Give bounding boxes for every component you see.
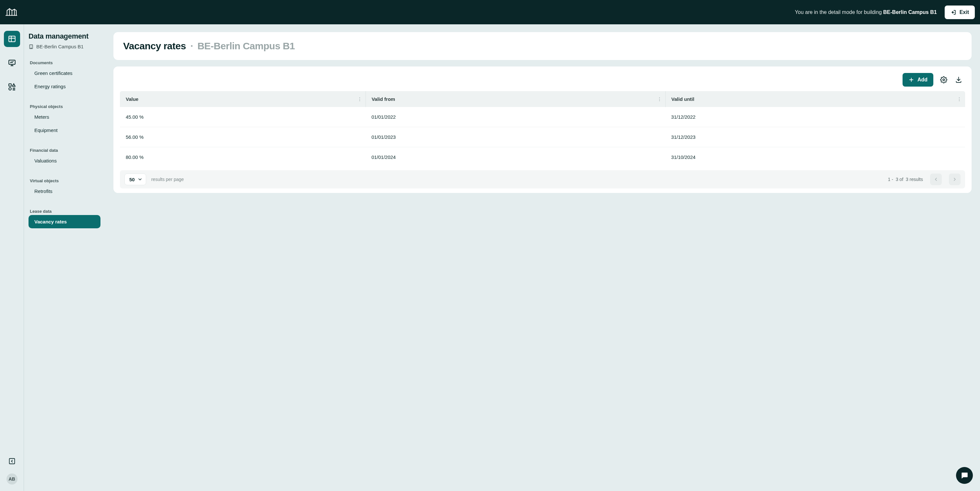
title-card: Vacancy rates · BE-Berlin Campus B1 — [113, 32, 972, 60]
sidebar-item-retrofits[interactable]: Retrofits — [29, 185, 100, 198]
svg-rect-2 — [9, 84, 11, 86]
download-button[interactable] — [954, 75, 963, 84]
column-header-label: Valid until — [671, 96, 695, 102]
chat-icon — [960, 471, 969, 480]
more-vertical-icon — [957, 97, 962, 102]
add-button[interactable]: Add — [902, 73, 933, 86]
svg-rect-4 — [9, 459, 14, 464]
topbar: You are in the detail mode for building … — [0, 0, 980, 24]
table-icon — [8, 35, 16, 43]
rail-item-modules[interactable] — [4, 79, 20, 95]
cell-valid-until: 31/12/2023 — [665, 127, 965, 147]
sidebar-section-label: Virtual objects — [29, 179, 100, 183]
cell-valid-until: 31/12/2022 — [665, 107, 965, 127]
svg-point-10 — [659, 97, 660, 98]
page-size-select[interactable]: 50 — [124, 174, 146, 185]
prev-page-button[interactable] — [930, 174, 942, 185]
sidebar: Data management BE-Berlin Campus B1 Docu… — [24, 24, 105, 491]
avatar[interactable]: AB — [6, 473, 18, 485]
table-card: Add — [113, 67, 972, 193]
page-subtitle: BE-Berlin Campus B1 — [197, 41, 295, 51]
table-row[interactable]: 80.00 %01/01/202431/10/2024 — [120, 147, 965, 167]
add-button-label: Add — [918, 77, 928, 83]
next-page-button[interactable] — [949, 174, 961, 185]
sidebar-item-vacancy-rates[interactable]: Vacancy rates — [29, 215, 100, 228]
table-row[interactable]: 56.00 %01/01/202331/12/2023 — [120, 127, 965, 147]
exit-button[interactable]: Exit — [945, 5, 975, 19]
sidebar-section-label: Lease data — [29, 209, 100, 214]
column-header-label: Value — [126, 96, 138, 102]
sidebar-item-meters[interactable]: Meters — [29, 110, 100, 124]
chevron-down-icon — [137, 177, 143, 182]
gear-icon — [940, 76, 947, 83]
cell-value: 56.00 % — [120, 127, 366, 147]
column-header: Valid from — [366, 91, 665, 107]
column-header: Value — [120, 91, 366, 107]
page-title: Vacancy rates — [123, 41, 186, 51]
per-page-label: results per page — [151, 177, 184, 182]
column-menu-button[interactable] — [357, 97, 362, 102]
pagination-summary: 1 - 3 of 3 results — [888, 177, 923, 182]
rail-collapse-button[interactable] — [4, 455, 20, 468]
svg-point-8 — [360, 99, 360, 99]
nav-rail: AB — [0, 24, 24, 491]
page-size-value: 50 — [129, 177, 135, 182]
column-menu-button[interactable] — [957, 97, 962, 102]
column-menu-button[interactable] — [657, 97, 662, 102]
svg-point-9 — [360, 100, 360, 101]
avatar-initials: AB — [8, 477, 15, 481]
sidebar-section-label: Financial data — [29, 148, 100, 153]
table-row[interactable]: 45.00 %01/01/202231/12/2022 — [120, 107, 965, 127]
column-header: Valid until — [665, 91, 965, 107]
more-vertical-icon — [657, 97, 662, 102]
chevron-left-icon — [933, 177, 939, 182]
settings-button[interactable] — [939, 75, 948, 84]
chat-fab[interactable] — [956, 467, 973, 484]
exit-button-label: Exit — [959, 10, 969, 15]
more-vertical-icon — [357, 97, 362, 102]
sidebar-title: Data management — [29, 32, 100, 41]
table-footer: 50 results per page 1 - 3 of 3 results — [120, 170, 965, 188]
cell-valid-from: 01/01/2024 — [366, 147, 665, 167]
sidebar-section-label: Documents — [29, 60, 100, 65]
svg-point-14 — [959, 99, 959, 99]
sidebar-building-label: BE-Berlin Campus B1 — [36, 44, 84, 49]
chevron-right-icon — [952, 177, 957, 182]
svg-point-15 — [959, 100, 959, 101]
cell-value: 45.00 % — [120, 107, 366, 127]
monitor-icon — [8, 59, 16, 67]
sidebar-item-energy-ratings[interactable]: Energy ratings — [29, 80, 100, 93]
data-table: ValueValid fromValid until 45.00 %01/01/… — [120, 91, 965, 167]
title-separator: · — [189, 41, 195, 51]
exit-icon — [950, 10, 956, 15]
main-content: Vacancy rates · BE-Berlin Campus B1 Add — [105, 24, 980, 491]
building-icon — [29, 44, 34, 49]
svg-point-13 — [959, 97, 959, 98]
cell-valid-until: 31/10/2024 — [665, 147, 965, 167]
svg-point-6 — [943, 79, 945, 81]
svg-rect-0 — [9, 36, 15, 41]
svg-point-3 — [9, 88, 11, 90]
rail-item-dashboard[interactable] — [4, 55, 20, 71]
sidebar-item-equipment[interactable]: Equipment — [29, 124, 100, 137]
sidebar-item-green-certificates[interactable]: Green certificates — [29, 67, 100, 80]
sidebar-item-valuations[interactable]: Valuations — [29, 154, 100, 167]
plus-icon — [908, 77, 914, 83]
cell-valid-from: 01/01/2022 — [366, 107, 665, 127]
download-icon — [955, 76, 962, 83]
rail-item-data[interactable] — [4, 31, 20, 47]
sidebar-building: BE-Berlin Campus B1 — [29, 44, 100, 49]
svg-point-11 — [659, 99, 660, 99]
collapse-icon — [8, 458, 16, 465]
svg-point-12 — [659, 100, 660, 101]
app-logo — [5, 6, 18, 19]
sidebar-section-label: Physical objects — [29, 104, 100, 109]
cell-value: 80.00 % — [120, 147, 366, 167]
detail-mode-message: You are in the detail mode for building … — [795, 10, 937, 15]
table-toolbar: Add — [120, 73, 965, 91]
svg-point-7 — [360, 97, 360, 98]
cell-valid-from: 01/01/2023 — [366, 127, 665, 147]
shapes-icon — [8, 83, 16, 91]
column-header-label: Valid from — [372, 96, 395, 102]
